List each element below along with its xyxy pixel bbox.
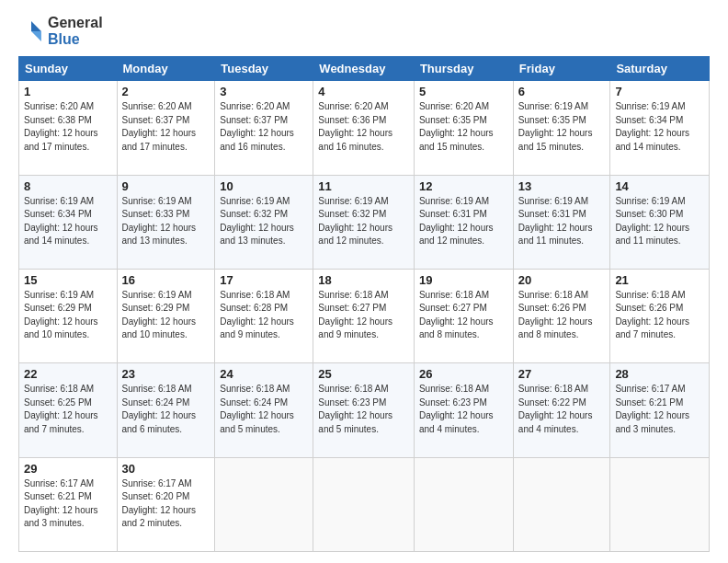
calendar-cell: 29Sunrise: 6:17 AMSunset: 6:21 PMDayligh… [19, 457, 118, 551]
calendar-cell: 23Sunrise: 6:18 AMSunset: 6:24 PMDayligh… [117, 363, 215, 457]
day-number: 7 [615, 85, 704, 98]
day-info: Sunrise: 6:18 AMSunset: 6:24 PMDaylight:… [122, 384, 197, 434]
day-info: Sunrise: 6:19 AMSunset: 6:31 PMDaylight:… [518, 196, 593, 247]
calendar-cell [610, 457, 710, 551]
day-info: Sunrise: 6:18 AMSunset: 6:24 PMDaylight:… [220, 384, 294, 434]
weekday-header-friday: Friday [513, 57, 610, 81]
day-number: 4 [318, 85, 409, 98]
logo-icon [18, 18, 44, 44]
calendar-cell: 1Sunrise: 6:20 AMSunset: 6:38 PMDaylight… [19, 81, 118, 175]
calendar-cell: 13Sunrise: 6:19 AMSunset: 6:31 PMDayligh… [513, 175, 610, 269]
calendar-week-5: 29Sunrise: 6:17 AMSunset: 6:21 PMDayligh… [19, 457, 710, 551]
day-info: Sunrise: 6:18 AMSunset: 6:26 PMDaylight:… [615, 290, 689, 340]
calendar-cell: 9Sunrise: 6:19 AMSunset: 6:33 PMDaylight… [117, 175, 215, 269]
day-info: Sunrise: 6:20 AMSunset: 6:37 PMDaylight:… [122, 101, 197, 152]
weekday-header-thursday: Thursday [414, 57, 513, 81]
calendar-cell: 18Sunrise: 6:18 AMSunset: 6:27 PMDayligh… [313, 269, 415, 362]
header: General Blue [18, 15, 710, 47]
weekday-header-wednesday: Wednesday [313, 57, 415, 81]
day-info: Sunrise: 6:18 AMSunset: 6:27 PMDaylight:… [419, 290, 494, 340]
page: General Blue SundayMondayTuesdayWednesda… [0, 0, 728, 563]
calendar-cell [313, 457, 415, 551]
day-info: Sunrise: 6:19 AMSunset: 6:32 PMDaylight:… [220, 196, 294, 247]
day-number: 19 [419, 273, 508, 287]
day-info: Sunrise: 6:20 AMSunset: 6:37 PMDaylight:… [220, 101, 294, 152]
day-number: 24 [220, 367, 308, 381]
calendar-cell: 5Sunrise: 6:20 AMSunset: 6:35 PMDaylight… [414, 81, 513, 175]
calendar-cell: 11Sunrise: 6:19 AMSunset: 6:32 PMDayligh… [313, 175, 415, 269]
calendar-cell: 22Sunrise: 6:18 AMSunset: 6:25 PMDayligh… [19, 363, 118, 457]
day-info: Sunrise: 6:19 AMSunset: 6:32 PMDaylight:… [318, 196, 392, 247]
logo-text: General Blue [48, 15, 103, 47]
calendar-cell [215, 457, 313, 551]
day-number: 30 [122, 462, 210, 476]
day-info: Sunrise: 6:20 AMSunset: 6:36 PMDaylight:… [318, 101, 392, 152]
weekday-header-monday: Monday [117, 57, 215, 81]
day-number: 14 [615, 179, 704, 193]
day-number: 2 [122, 85, 210, 98]
calendar-cell: 28Sunrise: 6:17 AMSunset: 6:21 PMDayligh… [610, 363, 710, 457]
calendar-cell: 3Sunrise: 6:20 AMSunset: 6:37 PMDaylight… [215, 81, 313, 175]
day-number: 16 [122, 273, 210, 287]
day-info: Sunrise: 6:17 AMSunset: 6:21 PMDaylight:… [615, 384, 689, 434]
calendar-cell: 2Sunrise: 6:20 AMSunset: 6:37 PMDaylight… [117, 81, 215, 175]
day-number: 8 [24, 179, 112, 193]
calendar-cell: 4Sunrise: 6:20 AMSunset: 6:36 PMDaylight… [313, 81, 415, 175]
day-number: 9 [122, 179, 210, 193]
day-number: 6 [518, 85, 606, 98]
calendar-table: SundayMondayTuesdayWednesdayThursdayFrid… [18, 56, 710, 552]
day-info: Sunrise: 6:20 AMSunset: 6:38 PMDaylight:… [24, 101, 98, 152]
day-info: Sunrise: 6:19 AMSunset: 6:34 PMDaylight:… [615, 101, 689, 152]
day-info: Sunrise: 6:18 AMSunset: 6:23 PMDaylight:… [318, 384, 392, 434]
calendar-header-row: SundayMondayTuesdayWednesdayThursdayFrid… [19, 57, 710, 81]
svg-marker-0 [31, 21, 41, 31]
weekday-header-saturday: Saturday [610, 57, 710, 81]
day-number: 27 [518, 367, 606, 381]
calendar-cell: 10Sunrise: 6:19 AMSunset: 6:32 PMDayligh… [215, 175, 313, 269]
day-number: 5 [419, 85, 508, 98]
calendar-cell: 14Sunrise: 6:19 AMSunset: 6:30 PMDayligh… [610, 175, 710, 269]
day-info: Sunrise: 6:20 AMSunset: 6:35 PMDaylight:… [419, 101, 494, 152]
svg-marker-2 [21, 21, 31, 31]
day-number: 22 [24, 367, 112, 381]
day-info: Sunrise: 6:17 AMSunset: 6:20 PMDaylight:… [122, 478, 197, 529]
day-number: 26 [419, 367, 508, 381]
day-number: 11 [318, 179, 409, 193]
calendar-cell: 27Sunrise: 6:18 AMSunset: 6:22 PMDayligh… [513, 363, 610, 457]
day-info: Sunrise: 6:18 AMSunset: 6:26 PMDaylight:… [518, 290, 593, 340]
calendar-week-3: 15Sunrise: 6:19 AMSunset: 6:29 PMDayligh… [19, 269, 710, 362]
day-info: Sunrise: 6:19 AMSunset: 6:29 PMDaylight:… [122, 290, 197, 340]
calendar-cell [513, 457, 610, 551]
calendar-cell: 26Sunrise: 6:18 AMSunset: 6:23 PMDayligh… [414, 363, 513, 457]
day-number: 21 [615, 273, 704, 287]
day-info: Sunrise: 6:19 AMSunset: 6:34 PMDaylight:… [24, 196, 98, 247]
day-number: 1 [24, 85, 112, 98]
day-info: Sunrise: 6:17 AMSunset: 6:21 PMDaylight:… [24, 478, 98, 529]
day-info: Sunrise: 6:18 AMSunset: 6:23 PMDaylight:… [419, 384, 494, 434]
day-number: 23 [122, 367, 210, 381]
calendar-cell: 12Sunrise: 6:19 AMSunset: 6:31 PMDayligh… [414, 175, 513, 269]
calendar-cell: 6Sunrise: 6:19 AMSunset: 6:35 PMDaylight… [513, 81, 610, 175]
calendar-cell: 19Sunrise: 6:18 AMSunset: 6:27 PMDayligh… [414, 269, 513, 362]
day-number: 29 [24, 462, 112, 476]
calendar-cell: 25Sunrise: 6:18 AMSunset: 6:23 PMDayligh… [313, 363, 415, 457]
day-info: Sunrise: 6:19 AMSunset: 6:29 PMDaylight:… [24, 290, 98, 340]
calendar-cell: 24Sunrise: 6:18 AMSunset: 6:24 PMDayligh… [215, 363, 313, 457]
day-info: Sunrise: 6:19 AMSunset: 6:33 PMDaylight:… [122, 196, 197, 247]
calendar-cell: 20Sunrise: 6:18 AMSunset: 6:26 PMDayligh… [513, 269, 610, 362]
logo: General Blue [18, 15, 103, 47]
day-info: Sunrise: 6:19 AMSunset: 6:31 PMDaylight:… [419, 196, 494, 247]
calendar-cell: 7Sunrise: 6:19 AMSunset: 6:34 PMDaylight… [610, 81, 710, 175]
day-number: 25 [318, 367, 409, 381]
day-number: 28 [615, 367, 704, 381]
day-number: 18 [318, 273, 409, 287]
day-number: 13 [518, 179, 606, 193]
svg-marker-1 [31, 31, 41, 41]
calendar-cell: 30Sunrise: 6:17 AMSunset: 6:20 PMDayligh… [117, 457, 215, 551]
day-number: 15 [24, 273, 112, 287]
calendar-cell: 8Sunrise: 6:19 AMSunset: 6:34 PMDaylight… [19, 175, 118, 269]
calendar-cell: 15Sunrise: 6:19 AMSunset: 6:29 PMDayligh… [19, 269, 118, 362]
calendar-cell: 17Sunrise: 6:18 AMSunset: 6:28 PMDayligh… [215, 269, 313, 362]
day-info: Sunrise: 6:18 AMSunset: 6:27 PMDaylight:… [318, 290, 392, 340]
day-number: 10 [220, 179, 308, 193]
